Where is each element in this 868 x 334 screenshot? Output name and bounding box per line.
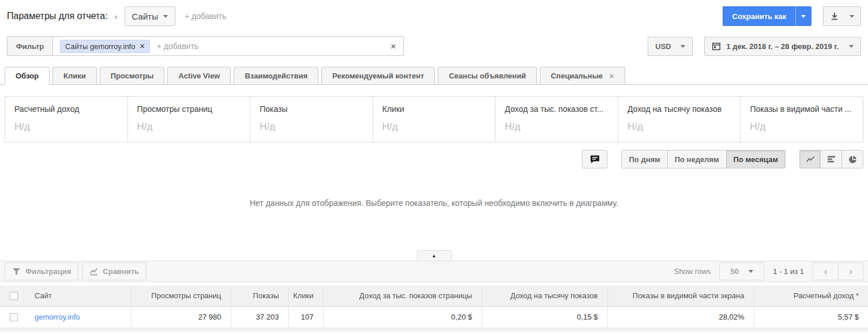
save-as-button[interactable]: Сохранить как [723, 6, 795, 26]
metric-label: Показы в видимой части ... [750, 104, 854, 114]
header-page-views[interactable]: Просмотры страниц [131, 286, 231, 306]
dimension-select-button[interactable]: Сайты [125, 6, 175, 26]
metric-value: Н/д [260, 121, 363, 133]
table-toolbar: Фильтрация Сравнить Show rows 50 1 - 1 и… [0, 261, 868, 282]
metric-card-impression-rpm[interactable]: Доход на тысячу показов Н/д [618, 96, 741, 142]
header-viewability[interactable]: Показы в видимой части экрана [607, 286, 754, 306]
header-page-rpm[interactable]: Доход за тыс. показов страницы [323, 286, 482, 306]
cell-page-views: 27 980 [131, 306, 231, 328]
collapse-chart-button[interactable]: ▲ [417, 250, 452, 261]
report-table: Сайт Просмотры страниц Показы Клики Дохо… [0, 286, 868, 328]
prev-page-button[interactable]: ‹ [813, 262, 838, 280]
annotations-button[interactable] [582, 150, 607, 168]
table-row: gemorroy.info 27 980 37 203 107 0,20 $ 0… [0, 306, 868, 328]
metric-value: Н/д [137, 121, 241, 133]
header-estimated-earnings[interactable]: Расчетный доход * [754, 286, 868, 306]
line-chart-button[interactable] [799, 150, 821, 168]
dimension-label: Сайты [132, 12, 158, 21]
bar-chart-icon [827, 155, 836, 163]
row-checkbox[interactable] [10, 313, 18, 321]
chevron-down-icon [681, 45, 685, 48]
cell-impressions: 37 203 [231, 306, 288, 328]
chevron-down-icon [801, 15, 806, 18]
rows-per-page-select[interactable]: 50 [719, 262, 764, 280]
line-chart-icon [806, 155, 815, 163]
rows-per-page-value: 50 [731, 267, 739, 276]
currency-value: USD [655, 42, 671, 51]
tab-clicks[interactable]: Клики [52, 67, 97, 85]
currency-select[interactable]: USD [648, 37, 693, 56]
cell-viewability: 28,02% [607, 306, 754, 328]
chevron-down-icon [849, 45, 854, 48]
filter-chip-label: Сайты gemorroy.info [65, 42, 135, 51]
filter-label: Фильтр [7, 36, 53, 56]
tab-recommended-content[interactable]: Рекомендуемый контент [321, 67, 435, 85]
header-impression-rpm[interactable]: Доход на тысячу показов [482, 286, 607, 306]
filter-bar: Фильтр Сайты gemorroy.info × + добавить … [0, 36, 868, 57]
site-cell: gemorroy.info [28, 306, 131, 328]
tab-views[interactable]: Просмотры [100, 67, 165, 85]
report-tabs: Обзор Клики Просмотры Active View Взаимо… [0, 66, 868, 85]
metric-card-page-rpm[interactable]: Доход за тыс. показов ст... Н/д [495, 96, 618, 142]
date-range-button[interactable]: 1 дек. 2018 г. – 28 февр. 2019 г. [704, 37, 861, 56]
metric-value: Н/д [505, 121, 608, 133]
header-clicks[interactable]: Клики [288, 286, 323, 306]
metric-value: Н/д [382, 121, 486, 133]
granularity-by-week[interactable]: По неделям [668, 150, 727, 168]
pie-chart-button[interactable] [842, 150, 863, 168]
header-site[interactable]: Сайт [28, 286, 131, 306]
metric-card-impressions[interactable]: Показы Н/д [250, 96, 373, 142]
tab-interactions[interactable]: Взаимодействия [234, 67, 318, 85]
pagination-group: ‹ › [813, 262, 863, 280]
chevron-down-icon [163, 15, 168, 18]
header-impressions[interactable]: Показы [231, 286, 288, 306]
save-as-menu-button[interactable] [795, 6, 811, 26]
tab-label: Обзор [16, 72, 39, 80]
metric-label: Доход на тысячу показов [627, 104, 731, 114]
download-icon [830, 12, 839, 21]
row-select-cell [0, 306, 28, 328]
close-icon[interactable]: × [609, 72, 614, 80]
tab-label: Рекомендуемый контент [332, 72, 424, 80]
add-dimension-link[interactable]: + добавить [185, 12, 226, 21]
tab-active-view[interactable]: Active View [167, 67, 231, 85]
filter-add-placeholder: + добавить [157, 42, 198, 51]
chart-controls: По дням По неделям По месяцам [5, 150, 863, 168]
compare-button[interactable]: Сравнить [82, 262, 146, 280]
compare-chart-icon [89, 268, 98, 276]
site-link[interactable]: gemorroy.info [35, 313, 80, 321]
metric-card-viewability[interactable]: Показы в видимой части ... Н/д [741, 96, 863, 142]
granularity-by-day[interactable]: По дням [621, 150, 667, 168]
page-title: Параметры для отчета: [7, 11, 108, 21]
chart-type-group [799, 150, 863, 168]
bar-chart-button[interactable] [821, 150, 842, 168]
metric-card-estimated-earnings[interactable]: Расчетный доход Н/д [5, 96, 128, 142]
filtration-button[interactable]: Фильтрация [5, 262, 78, 280]
chevron-down-icon [850, 15, 854, 18]
metric-card-page-views[interactable]: Просмотры страниц Н/д [128, 96, 251, 142]
next-page-button[interactable]: › [838, 262, 863, 280]
clear-filter-icon[interactable]: × [390, 42, 396, 51]
download-button[interactable] [823, 6, 861, 26]
tab-overview[interactable]: Обзор [5, 67, 50, 85]
collapse-arrow-icon: ▲ [432, 254, 437, 258]
tab-ad-sessions[interactable]: Сеансы объявлений [438, 67, 536, 85]
funnel-icon [12, 268, 21, 275]
filter-input[interactable]: Сайты gemorroy.info × + добавить × [53, 36, 404, 56]
filter-chip[interactable]: Сайты gemorroy.info × [60, 40, 150, 53]
metric-label: Доход за тыс. показов ст... [505, 104, 608, 114]
close-icon[interactable]: × [140, 42, 144, 50]
cell-clicks: 107 [288, 306, 323, 328]
metric-label: Просмотры страниц [137, 104, 241, 114]
select-all-checkbox[interactable] [10, 292, 18, 300]
metric-value: Н/д [627, 121, 731, 133]
cell-impression-rpm: 0,15 $ [482, 306, 607, 328]
metric-card-clicks[interactable]: Клики Н/д [373, 96, 496, 142]
show-rows-label: Show rows [674, 267, 711, 276]
tab-custom[interactable]: Специальные × [540, 67, 625, 85]
save-as-split-button: Сохранить как [723, 6, 811, 26]
pagination-range-label: 1 - 1 из 1 [773, 267, 804, 276]
table-bottom-strip [0, 328, 868, 332]
granularity-by-month[interactable]: По месяцам [727, 150, 786, 168]
tab-label: Просмотры [111, 72, 154, 80]
